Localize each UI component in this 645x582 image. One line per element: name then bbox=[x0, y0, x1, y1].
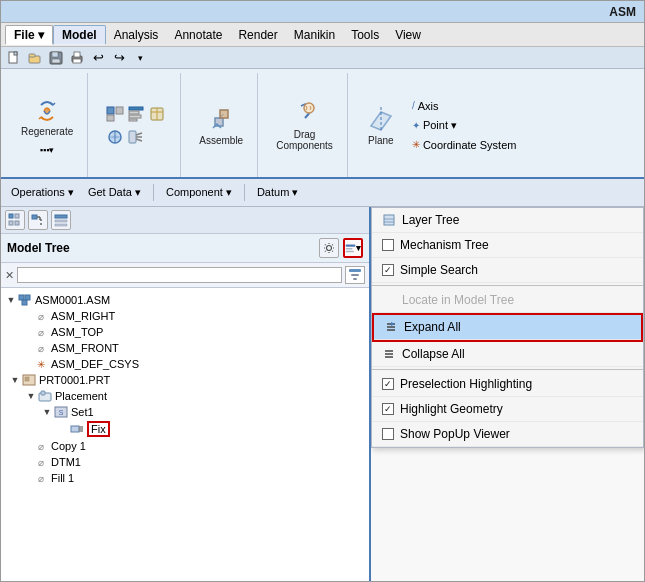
label-asm-right: ASM_RIGHT bbox=[51, 310, 115, 322]
preselection-checkbox[interactable] bbox=[382, 378, 394, 390]
datum-items: / Axis ✦ Point ▾ ✳ Coordinate System bbox=[408, 98, 521, 153]
menu-tools[interactable]: Tools bbox=[343, 26, 387, 44]
divider-1 bbox=[372, 285, 643, 286]
save-btn[interactable] bbox=[47, 49, 65, 67]
svg-rect-14 bbox=[129, 107, 143, 110]
svg-rect-37 bbox=[32, 215, 37, 219]
svg-rect-1 bbox=[14, 52, 17, 55]
locate-label: Locate in Model Tree bbox=[402, 293, 514, 307]
menu-render[interactable]: Render bbox=[230, 26, 285, 44]
svg-rect-8 bbox=[74, 52, 80, 57]
expand-all-icon bbox=[384, 320, 398, 334]
new-btn[interactable] bbox=[5, 49, 23, 67]
tree-item-asm-top[interactable]: ⌀ ASM_TOP bbox=[1, 324, 369, 340]
tree-item-fix[interactable]: Fix bbox=[1, 420, 369, 438]
tree-menu-btn[interactable]: ▾ bbox=[343, 238, 363, 258]
tree-settings-btn[interactable] bbox=[319, 238, 339, 258]
drag-label: DragComponents bbox=[276, 129, 333, 151]
tree-icon-1[interactable] bbox=[5, 210, 25, 230]
search-close-btn[interactable]: ✕ bbox=[5, 269, 14, 282]
ribbon-regen-small[interactable]: ▪▪▪ ▾ bbox=[36, 143, 59, 157]
tree-item-placement[interactable]: ▼ Placement bbox=[1, 388, 369, 404]
datum-label: Datum ▾ bbox=[257, 186, 298, 198]
menu-collapse-all[interactable]: Collapse All bbox=[372, 342, 643, 367]
menu-highlight-geometry[interactable]: Highlight Geometry bbox=[372, 397, 643, 422]
show-popup-checkbox[interactable] bbox=[382, 428, 394, 440]
toggle-set1[interactable]: ▼ bbox=[41, 407, 53, 417]
ribbon-plane[interactable]: Plane bbox=[362, 103, 400, 148]
simple-search-checkbox[interactable] bbox=[382, 264, 394, 276]
menu-layer-tree[interactable]: Layer Tree bbox=[372, 208, 643, 233]
menu-bar: File ▾ Model Analysis Annotate Render Ma… bbox=[1, 23, 644, 47]
undo-btn[interactable]: ↩ bbox=[89, 49, 107, 67]
expand-all-label: Expand All bbox=[404, 320, 461, 334]
point-icon: ✦ bbox=[412, 120, 420, 131]
highlight-geometry-checkbox[interactable] bbox=[382, 403, 394, 415]
tree-item-asm0001[interactable]: ▼ ASM0001.ASM bbox=[1, 292, 369, 308]
ribbon-assemble[interactable]: Assemble bbox=[195, 103, 247, 148]
menu-model[interactable]: Model bbox=[53, 25, 106, 45]
toggle-placement[interactable]: ▼ bbox=[25, 391, 37, 401]
regen-small-icon: ▪▪▪ bbox=[40, 145, 50, 155]
svg-rect-54 bbox=[22, 300, 27, 305]
mechanism-tree-checkbox[interactable] bbox=[382, 239, 394, 251]
toolbar-component[interactable]: Component ▾ bbox=[160, 184, 238, 201]
redo-btn[interactable]: ↪ bbox=[110, 49, 128, 67]
menu-expand-all[interactable]: Expand All bbox=[374, 315, 641, 340]
menu-view[interactable]: View bbox=[387, 26, 429, 44]
menu-file[interactable]: File ▾ bbox=[5, 25, 53, 45]
tree-item-copy1[interactable]: ⌀ Copy 1 bbox=[1, 438, 369, 454]
label-set1: Set1 bbox=[71, 406, 94, 418]
menu-show-popup[interactable]: Show PopUp Viewer bbox=[372, 422, 643, 447]
svg-rect-33 bbox=[9, 214, 13, 218]
svg-rect-13 bbox=[107, 115, 114, 121]
more-btn[interactable]: ▾ bbox=[131, 49, 149, 67]
ribbon-coord[interactable]: ✳ Coordinate System bbox=[408, 137, 521, 153]
tree-item-dtm1[interactable]: ⌀ DTM1 bbox=[1, 454, 369, 470]
menu-manikin[interactable]: Manikin bbox=[286, 26, 343, 44]
toolbar-datum[interactable]: Datum ▾ bbox=[251, 184, 304, 201]
label-asm-front: ASM_FRONT bbox=[51, 342, 119, 354]
search-filter-btn[interactable] bbox=[345, 266, 365, 284]
menu-preselection[interactable]: Preselection Highlighting bbox=[372, 372, 643, 397]
tree-item-fill1[interactable]: ⌀ Fill 1 bbox=[1, 470, 369, 486]
ribbon-point[interactable]: ✦ Point ▾ bbox=[408, 117, 521, 134]
label-dtm1: DTM1 bbox=[51, 456, 81, 468]
menu-mechanism-tree[interactable]: Mechanism Tree bbox=[372, 233, 643, 258]
toggle-asm0001[interactable]: ▼ bbox=[5, 295, 17, 305]
tree-item-asm-front[interactable]: ⌀ ASM_FRONT bbox=[1, 340, 369, 356]
menu-locate[interactable]: Locate in Model Tree bbox=[372, 288, 643, 313]
tree-icon-2[interactable] bbox=[28, 210, 48, 230]
svg-rect-48 bbox=[346, 251, 354, 252]
tree-item-prt0001[interactable]: ▼ PRT0001.PRT bbox=[1, 372, 369, 388]
toolbar-operations[interactable]: Operations ▾ bbox=[5, 184, 80, 201]
svg-rect-43 bbox=[55, 220, 67, 222]
regenerate-icon bbox=[32, 96, 62, 126]
label-fill1: Fill 1 bbox=[51, 472, 74, 484]
print-btn[interactable] bbox=[68, 49, 86, 67]
asm-icon bbox=[17, 293, 33, 307]
search-input[interactable] bbox=[17, 267, 342, 283]
axis-label: Axis bbox=[418, 100, 439, 112]
tree-item-asm-def-csys[interactable]: ✳ ASM_DEF_CSYS bbox=[1, 356, 369, 372]
tree-icon-3[interactable] bbox=[51, 210, 71, 230]
component-label: Component ▾ bbox=[166, 186, 232, 198]
toolbar-get-data[interactable]: Get Data ▾ bbox=[82, 184, 147, 201]
ribbon-axis[interactable]: / Axis bbox=[408, 98, 521, 114]
assemble-icon bbox=[206, 105, 236, 135]
open-btn[interactable] bbox=[26, 49, 44, 67]
svg-rect-34 bbox=[15, 214, 19, 218]
tree-item-asm-right[interactable]: ⌀ ASM_RIGHT bbox=[1, 308, 369, 324]
ribbon-group-assemble: Assemble bbox=[185, 73, 258, 177]
ribbon-group-datum: Plane / Axis ✦ Point ▾ ✳ Coordinate Syst… bbox=[352, 73, 531, 177]
ribbon-drag[interactable]: DragComponents bbox=[272, 97, 337, 153]
menu-simple-search[interactable]: Simple Search bbox=[372, 258, 643, 283]
part-icon bbox=[21, 373, 37, 387]
menu-analysis[interactable]: Analysis bbox=[106, 26, 167, 44]
tree-item-set1[interactable]: ▼ S Set1 bbox=[1, 404, 369, 420]
svg-rect-36 bbox=[15, 221, 19, 225]
ribbon-regenerate[interactable]: Regenerate bbox=[17, 94, 77, 139]
ops-icon3 bbox=[148, 106, 166, 122]
toggle-prt0001[interactable]: ▼ bbox=[9, 375, 21, 385]
menu-annotate[interactable]: Annotate bbox=[166, 26, 230, 44]
